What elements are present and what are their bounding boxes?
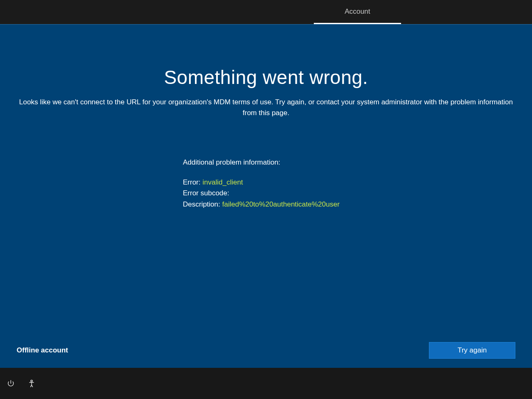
action-row: Offline account Try again [17, 342, 515, 359]
tab-account[interactable]: Account [314, 0, 401, 24]
error-title: Something went wrong. [17, 66, 515, 89]
taskbar [0, 368, 532, 399]
tab-bar: Account [0, 0, 532, 24]
info-heading: Additional problem information: [183, 157, 515, 168]
oobe-root: Account Something went wrong. Looks like… [0, 0, 532, 399]
error-line: Error: invalid_client [183, 177, 515, 188]
svg-point-0 [31, 380, 32, 382]
offline-account-link[interactable]: Offline account [17, 346, 68, 355]
try-again-button[interactable]: Try again [429, 342, 515, 359]
subcode-label: Error subcode: [183, 189, 229, 197]
error-label: Error: [183, 178, 202, 186]
ease-of-access-icon[interactable] [27, 379, 36, 388]
description-label: Description: [183, 200, 222, 208]
error-details: Additional problem information: Error: i… [183, 157, 515, 210]
subcode-line: Error subcode: [183, 188, 515, 199]
error-subtitle: Looks like we can't connect to the URL f… [17, 97, 515, 119]
power-icon[interactable] [6, 379, 15, 388]
description-line: Description: failed%20to%20authenticate%… [183, 199, 515, 210]
description-value: failed%20to%20authenticate%20user [222, 200, 340, 208]
main-panel: Something went wrong. Looks like we can'… [0, 24, 532, 368]
error-value: invalid_client [202, 178, 243, 186]
